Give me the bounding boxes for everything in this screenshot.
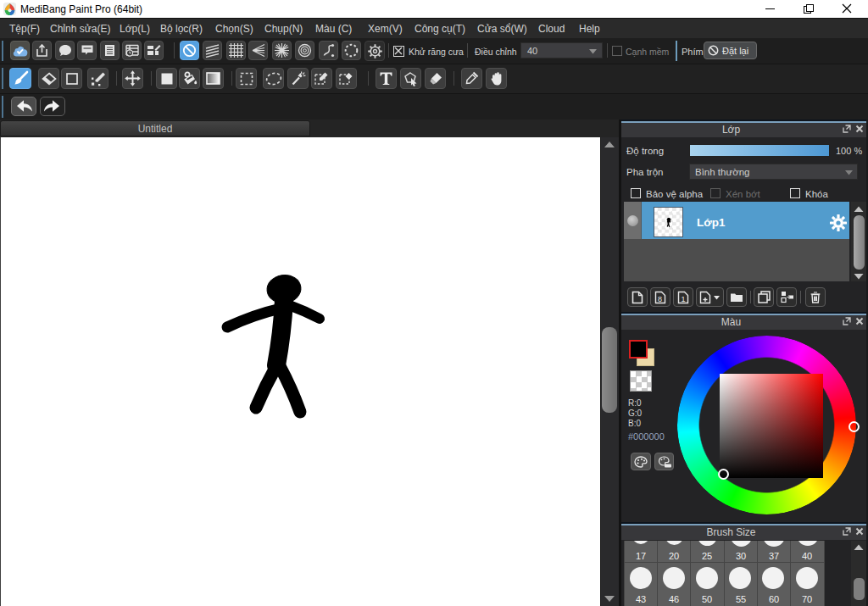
svg-text:1: 1 [682,294,686,303]
svg-text:8: 8 [658,294,662,303]
